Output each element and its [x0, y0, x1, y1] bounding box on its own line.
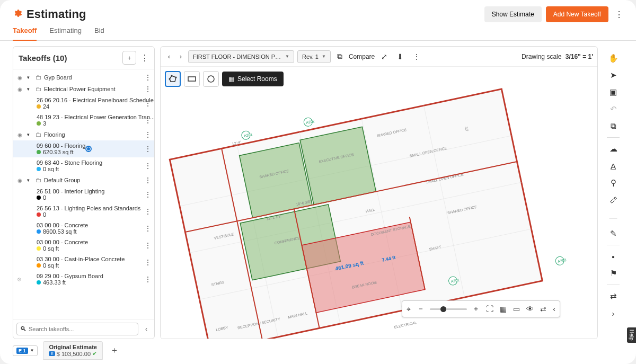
polygon-tool-icon[interactable] — [165, 71, 181, 87]
visibility-icon[interactable]: ◉ — [17, 75, 25, 81]
cursor-icon[interactable]: ➤ — [605, 67, 621, 83]
swap-icon[interactable]: ⇄ — [605, 288, 621, 304]
page-icon[interactable]: ▭ — [512, 304, 521, 314]
text-icon[interactable]: A — [605, 158, 621, 174]
takeoff-item[interactable]: 26 56 13 - Lighting Poles and Standards0… — [13, 203, 154, 220]
search-input-field[interactable] — [29, 326, 135, 332]
circle-tool-icon[interactable] — [203, 71, 219, 87]
takeoff-group[interactable]: ◉ ▾ 🗀 Flooring ⋮ — [13, 129, 154, 140]
more-menu-icon[interactable]: ⋮ — [615, 10, 623, 20]
takeoff-item[interactable]: 09 60 00 - Flooring 620.93 sq ft ⋮ — [13, 140, 154, 157]
document-select[interactable]: FIRST FLOOR - DIMENSION PLAN - ... ▼ — [188, 50, 294, 63]
takeoff-item[interactable]: 03 00 00 - Concrete0 sq ft⋮ — [13, 237, 154, 254]
open-external-icon[interactable]: ⤢ — [378, 50, 391, 63]
row-more-icon[interactable]: ⋮ — [145, 85, 151, 93]
takeoff-item[interactable]: ⦸ 09 29 00 - Gypsum Board463.33 ft⋮ — [13, 271, 154, 288]
chevron-down-icon[interactable]: ▾ — [27, 177, 33, 183]
estimate-selector[interactable]: E 1 ▼ — [13, 345, 38, 356]
row-more-icon[interactable]: ⋮ — [145, 117, 151, 124]
ruler-icon[interactable]: 📏︎ — [605, 192, 621, 208]
locate-icon[interactable]: ⌖ — [405, 304, 412, 315]
row-more-icon[interactable]: ⋮ — [145, 74, 151, 81]
prev-page-icon[interactable]: ‹ — [165, 51, 173, 63]
grid-icon[interactable]: ▦ — [499, 304, 508, 314]
chevron-down-icon[interactable]: ▾ — [27, 75, 33, 80]
svg-point-0 — [169, 78, 171, 80]
copy-icon[interactable]: ⧉ — [605, 118, 621, 134]
visibility-off-icon[interactable]: ⦸ — [17, 276, 25, 282]
svg-rect-3 — [188, 77, 196, 81]
view-toolbar: ⌖ － ＋ ⛶ ▦ ▭ 👁 ⇄ ‹ — [402, 300, 560, 317]
row-more-icon[interactable]: ⋮ — [145, 162, 151, 170]
visibility-icon[interactable]: 👁 — [525, 304, 535, 314]
row-more-icon[interactable]: ⋮ — [145, 176, 151, 184]
select-rooms-button[interactable]: ▦ Select Rooms — [222, 72, 284, 86]
drawing-scale-label: Drawing scale 3/16" = 1' — [522, 53, 593, 60]
tab-takeoff[interactable]: Takeoff — [13, 26, 37, 41]
collapse-right-icon[interactable]: › — [605, 305, 621, 321]
svg-point-4 — [208, 76, 214, 82]
takeoff-group[interactable]: ◉ ▾ 🗀 Default Group ⋮ — [13, 174, 154, 186]
zoom-out-icon[interactable]: － — [416, 303, 426, 315]
show-estimate-button[interactable]: Show Estimate — [484, 6, 542, 22]
comment-icon[interactable]: ▪ — [605, 248, 621, 264]
takeoff-item[interactable]: 03 00 00 - Concrete8600.53 sq ft⋮ — [13, 220, 154, 237]
takeoff-item[interactable]: 09 63 40 - Stone Flooring 0 sq ft ⋮ — [13, 157, 154, 174]
chevron-down-icon[interactable]: ▾ — [27, 132, 33, 137]
collapse-sidebar-icon[interactable]: ‹ — [142, 325, 151, 333]
back-icon[interactable]: ‹ — [552, 304, 556, 314]
zoom-slider[interactable] — [430, 308, 467, 310]
row-more-icon[interactable]: ⋮ — [145, 276, 151, 283]
undo-icon[interactable]: ↶ — [605, 101, 621, 117]
selected-radio-icon[interactable] — [85, 146, 92, 152]
download-icon[interactable]: ⬇ — [394, 50, 407, 63]
next-page-icon[interactable]: › — [176, 51, 185, 63]
takeoff-item[interactable]: 26 51 00 - Interior Lighting0⋮ — [13, 186, 154, 203]
estimate-tab[interactable]: Original Estimate E $ 103,500.00 ✔ — [43, 341, 103, 360]
row-more-icon[interactable]: ⋮ — [145, 131, 151, 138]
cloud-icon[interactable]: ☁ — [605, 141, 621, 157]
takeoff-item[interactable]: 03 30 00 - Cast-in-Place Concrete0 sq ft… — [13, 254, 154, 271]
compare-icon[interactable]: ⧉ — [334, 50, 346, 63]
chevron-down-icon[interactable]: ▾ — [27, 86, 33, 92]
row-more-icon[interactable]: ⋮ — [145, 242, 151, 249]
pan-hand-icon[interactable]: ✋ — [605, 50, 621, 66]
toolbar-more-icon[interactable]: ⋮ — [410, 50, 423, 63]
fit-icon[interactable]: ⛶ — [485, 304, 494, 314]
stamp-icon[interactable]: ⚲ — [605, 175, 621, 191]
marquee-select-icon[interactable]: ▣ — [605, 84, 621, 100]
row-more-icon[interactable]: ⋮ — [145, 225, 151, 232]
row-more-icon[interactable]: ⋮ — [145, 145, 151, 153]
row-more-icon[interactable]: ⋮ — [145, 191, 151, 198]
search-takeoffs-input[interactable]: 🔍︎ — [16, 323, 138, 335]
chevron-down-icon: ▼ — [322, 54, 326, 59]
row-more-icon[interactable]: ⋮ — [145, 259, 151, 266]
pencil-icon[interactable]: ✎ — [605, 226, 621, 242]
takeoff-group[interactable]: ◉ ▾ 🗀 Gyp Board ⋮ — [13, 72, 154, 83]
flag-icon[interactable]: ⚑ — [605, 265, 621, 281]
row-more-icon[interactable]: ⋮ — [145, 100, 151, 107]
help-tab[interactable]: Help — [627, 327, 636, 339]
rectangle-tool-icon[interactable] — [184, 71, 200, 87]
minus-icon[interactable]: — — [605, 209, 621, 225]
folder-icon: 🗀 — [36, 85, 42, 93]
sidebar-more-icon[interactable]: ⋮ — [140, 53, 149, 63]
search-icon: 🔍︎ — [20, 325, 26, 333]
revision-select[interactable]: Rev. 1 ▼ — [297, 50, 331, 63]
takeoff-item[interactable]: 48 19 23 - Electrical Power Generation T… — [13, 112, 154, 129]
add-estimate-tab-button[interactable]: ＋ — [108, 344, 121, 357]
add-takeoff-button[interactable]: Add New Takeoff — [546, 6, 608, 22]
row-more-icon[interactable]: ⋮ — [145, 208, 151, 215]
visibility-icon[interactable]: ◉ — [17, 132, 25, 138]
swap-icon[interactable]: ⇄ — [539, 304, 547, 314]
visibility-icon[interactable]: ◉ — [17, 86, 25, 92]
visibility-icon[interactable]: ◉ — [17, 177, 25, 183]
tab-bid[interactable]: Bid — [94, 26, 104, 40]
compare-label[interactable]: Compare — [349, 53, 375, 60]
tab-estimating[interactable]: Estimating — [49, 26, 82, 40]
floor-plan[interactable]: SHARED OFFICE EXECUTIVE OFFICE CONFERENC… — [161, 67, 597, 339]
takeoff-group[interactable]: ◉ ▾ 🗀 Electrical Power Equipment ⋮ — [13, 83, 154, 95]
zoom-in-icon[interactable]: ＋ — [471, 303, 481, 315]
takeoff-item[interactable]: 26 06 20.16 - Electrical Panelboard Sche… — [13, 95, 154, 112]
add-takeoff-small-button[interactable]: ＋ — [122, 51, 136, 65]
